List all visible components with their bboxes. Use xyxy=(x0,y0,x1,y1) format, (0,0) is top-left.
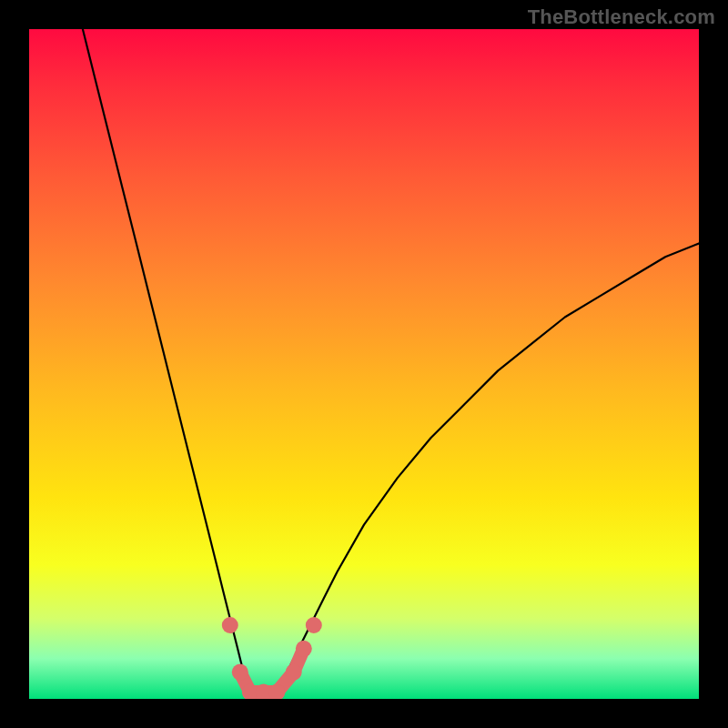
bottleneck-curve xyxy=(83,29,699,699)
plot-area xyxy=(29,29,699,699)
data-marker xyxy=(306,617,322,633)
data-marker xyxy=(286,664,302,681)
data-marker xyxy=(296,641,312,657)
attribution-text: TheBottleneck.com xyxy=(528,5,715,29)
data-marker xyxy=(222,617,238,633)
curve-layer xyxy=(29,29,699,699)
data-marker xyxy=(232,664,248,681)
chart-frame: TheBottleneck.com xyxy=(0,0,728,728)
